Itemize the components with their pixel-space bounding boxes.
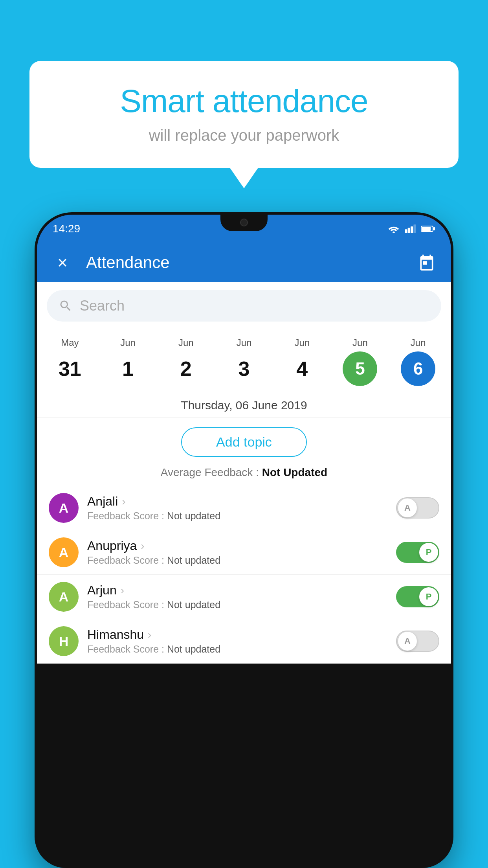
phone-frame: 14:29 [35, 212, 453, 868]
phone-screen: 14:29 [37, 215, 451, 866]
avatar: A [49, 493, 79, 523]
day-num: 5 [343, 351, 377, 386]
avatar: A [49, 582, 79, 612]
svg-rect-3 [411, 226, 413, 233]
date-col[interactable]: Jun3 [215, 333, 273, 390]
student-row[interactable]: AAnupriya ›Feedback Score : Not updatedP [37, 530, 451, 575]
status-time: 14:29 [53, 223, 80, 235]
month-label: Jun [411, 337, 426, 348]
feedback-score: Feedback Score : Not updated [87, 555, 396, 566]
avatar: A [49, 537, 79, 567]
month-label: Jun [120, 337, 136, 348]
status-icons [387, 224, 435, 233]
feedback-score: Feedback Score : Not updated [87, 510, 396, 522]
month-label: Jun [237, 337, 252, 348]
student-list: AAnjali ›Feedback Score : Not updatedAAA… [37, 486, 451, 664]
svg-rect-4 [413, 224, 416, 233]
bubble-title: Smart attendance [53, 83, 435, 120]
svg-rect-7 [433, 227, 435, 230]
month-label: Jun [294, 337, 310, 348]
student-name: Himanshu › [87, 627, 396, 642]
calendar-icon [418, 254, 435, 271]
date-col[interactable]: Jun1 [99, 333, 157, 390]
feedback-score: Feedback Score : Not updated [87, 599, 396, 611]
day-num: 3 [227, 351, 261, 386]
speech-bubble: Smart attendance will replace your paper… [29, 61, 459, 168]
search-bar[interactable]: Search [47, 290, 441, 322]
feedback-score: Feedback Score : Not updated [87, 644, 396, 655]
svg-point-0 [393, 232, 394, 233]
day-num: 2 [169, 351, 203, 386]
bubble-subtitle: will replace your paperwork [53, 127, 435, 144]
toggle-knob: P [419, 543, 438, 562]
student-name: Arjun › [87, 583, 396, 598]
chevron-right-icon: › [121, 584, 124, 597]
close-button[interactable]: × [51, 254, 74, 271]
day-num: 1 [111, 351, 145, 386]
avg-feedback: Average Feedback : Not Updated [37, 466, 451, 479]
status-bar: 14:29 [37, 215, 451, 243]
battery-icon [421, 225, 435, 233]
month-label: May [61, 337, 79, 348]
student-info: Anjali ›Feedback Score : Not updated [87, 494, 396, 522]
day-num: 6 [401, 351, 435, 386]
attendance-toggle[interactable]: A [396, 631, 439, 652]
camera [240, 219, 248, 226]
toggle-knob: P [419, 587, 438, 606]
date-col[interactable]: May31 [41, 333, 99, 390]
student-info: Anupriya ›Feedback Score : Not updated [87, 539, 396, 566]
month-label: Jun [352, 337, 368, 348]
toggle-knob: A [398, 632, 417, 651]
date-col[interactable]: Jun6 [389, 333, 447, 390]
chevron-right-icon: › [141, 540, 144, 552]
date-col[interactable]: Jun5 [331, 333, 389, 390]
signal-icon [405, 224, 416, 233]
search-icon [59, 299, 73, 313]
attendance-toggle[interactable]: A [396, 497, 439, 519]
student-row[interactable]: AAnjali ›Feedback Score : Not updatedA [37, 486, 451, 530]
date-strip: May31Jun1Jun2Jun3Jun4Jun5Jun6 [37, 329, 451, 390]
student-row[interactable]: HHimanshu ›Feedback Score : Not updatedA [37, 619, 451, 664]
app-bar: × Attendance [37, 243, 451, 282]
avg-feedback-value: Not Updated [262, 466, 327, 478]
date-col[interactable]: Jun2 [157, 333, 215, 390]
attendance-toggle[interactable]: P [396, 586, 439, 607]
student-name: Anupriya › [87, 539, 396, 553]
day-num: 31 [53, 351, 87, 386]
screen-content: Search May31Jun1Jun2Jun3Jun4Jun5Jun6 Thu… [37, 282, 451, 664]
attendance-toggle[interactable]: P [396, 542, 439, 563]
search-placeholder: Search [80, 298, 125, 314]
phone-notch [220, 215, 268, 231]
svg-rect-2 [408, 228, 410, 233]
chevron-right-icon: › [122, 495, 125, 508]
chevron-right-icon: › [148, 629, 151, 641]
add-topic-button[interactable]: Add topic [181, 427, 307, 457]
student-info: Arjun ›Feedback Score : Not updated [87, 583, 396, 611]
svg-rect-6 [422, 227, 431, 231]
calendar-button[interactable] [416, 252, 437, 273]
avatar: H [49, 626, 79, 656]
svg-rect-1 [405, 229, 407, 233]
avg-feedback-label: Average Feedback : [161, 466, 259, 478]
student-name: Anjali › [87, 494, 396, 509]
wifi-icon [387, 224, 400, 233]
speech-bubble-section: Smart attendance will replace your paper… [29, 61, 459, 168]
month-label: Jun [178, 337, 194, 348]
date-col[interactable]: Jun4 [273, 333, 331, 390]
day-num: 4 [285, 351, 319, 386]
selected-date: Thursday, 06 June 2019 [37, 390, 451, 418]
student-row[interactable]: AArjun ›Feedback Score : Not updatedP [37, 575, 451, 619]
app-title: Attendance [86, 253, 416, 272]
student-info: Himanshu ›Feedback Score : Not updated [87, 627, 396, 655]
toggle-knob: A [398, 498, 417, 517]
